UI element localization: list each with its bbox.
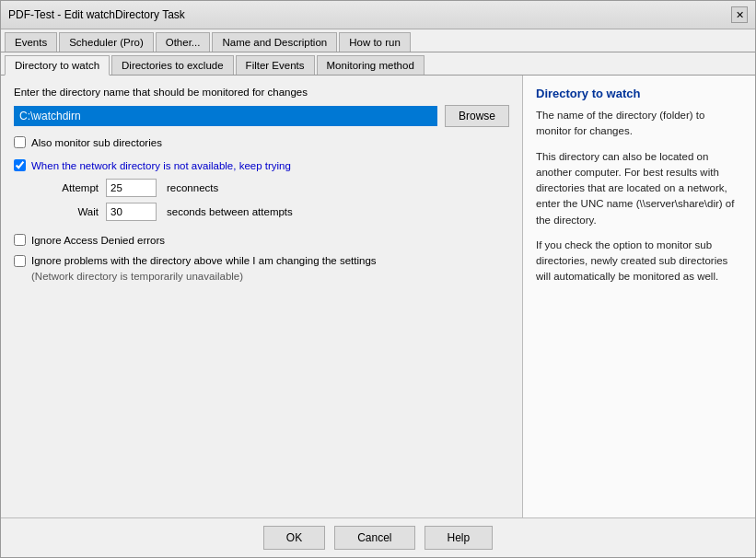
window-title: PDF-Test - Edit watchDirectory Task xyxy=(8,8,185,21)
tab-dirs-to-exclude[interactable]: Directories to exclude xyxy=(111,55,234,75)
title-bar: PDF-Test - Edit watchDirectory Task ✕ xyxy=(1,1,755,29)
network-label[interactable]: When the network directory is not availa… xyxy=(31,160,291,171)
tab-other[interactable]: Other... xyxy=(156,32,211,52)
directory-input[interactable] xyxy=(14,106,437,126)
footer: OK Cancel Help xyxy=(1,517,755,557)
ignore-problems-text: Ignore problems with the directory above… xyxy=(31,253,377,285)
ignore-problems-checkbox[interactable] xyxy=(14,255,26,267)
ok-button[interactable]: OK xyxy=(263,526,325,550)
browse-button[interactable]: Browse xyxy=(445,105,509,127)
tab-row-1: Events Scheduler (Pro) Other... Name and… xyxy=(1,29,755,52)
content-area: Enter the directory name that should be … xyxy=(1,76,755,517)
also-monitor-label[interactable]: Also monitor sub directories xyxy=(31,137,162,148)
section-desc: Enter the directory name that should be … xyxy=(14,87,509,98)
main-window: PDF-Test - Edit watchDirectory Task ✕ Ev… xyxy=(0,0,756,558)
seconds-label: seconds between attempts xyxy=(161,206,509,217)
wait-label: Wait xyxy=(41,206,106,217)
ignore-access-label[interactable]: Ignore Access Denied errors xyxy=(31,235,165,246)
cancel-button[interactable]: Cancel xyxy=(334,526,414,550)
network-section: When the network directory is not availa… xyxy=(14,159,509,234)
also-monitor-row: Also monitor sub directories xyxy=(14,136,509,148)
help-button[interactable]: Help xyxy=(425,526,494,550)
wait-input[interactable] xyxy=(106,203,157,221)
attempt-input[interactable] xyxy=(106,179,157,197)
tab-monitoring-method[interactable]: Monitoring method xyxy=(317,55,425,75)
ignore-problems-row: Ignore problems with the directory above… xyxy=(14,253,509,285)
tab-filter-events[interactable]: Filter Events xyxy=(236,55,315,75)
ignore-access-checkbox[interactable] xyxy=(14,234,26,246)
ignore-problems-line2: (Network directory is temporarily unavai… xyxy=(31,269,377,285)
tab-row-2: Directory to watch Directories to exclud… xyxy=(1,52,755,76)
right-panel-para3: If you check the option to monitor sub d… xyxy=(536,238,742,285)
reconnects-label: reconnects xyxy=(161,182,509,193)
network-check-row: When the network directory is not availa… xyxy=(14,159,509,171)
also-monitor-checkbox[interactable] xyxy=(14,136,26,148)
tab-dir-to-watch[interactable]: Directory to watch xyxy=(5,55,110,76)
network-checkbox[interactable] xyxy=(14,159,26,171)
ignore-access-row: Ignore Access Denied errors xyxy=(14,234,509,246)
attempt-label: Attempt xyxy=(41,182,106,193)
dir-input-row: Browse xyxy=(14,105,509,127)
tab-scheduler[interactable]: Scheduler (Pro) xyxy=(59,32,154,52)
right-panel-para1: The name of the directory (folder) to mo… xyxy=(536,108,742,140)
right-panel: Directory to watch The name of the direc… xyxy=(523,76,755,517)
right-panel-para2: This directory can also be located on an… xyxy=(536,149,742,228)
tab-how-to-run[interactable]: How to run xyxy=(339,32,411,52)
left-panel: Enter the directory name that should be … xyxy=(1,76,523,517)
close-button[interactable]: ✕ xyxy=(731,6,748,23)
tab-name-desc[interactable]: Name and Description xyxy=(212,32,337,52)
ignore-problems-line1: Ignore problems with the directory above… xyxy=(31,253,377,269)
right-panel-title: Directory to watch xyxy=(536,87,742,100)
attempt-grid: Attempt reconnects Wait seconds between … xyxy=(41,179,509,221)
tab-events[interactable]: Events xyxy=(5,32,57,52)
